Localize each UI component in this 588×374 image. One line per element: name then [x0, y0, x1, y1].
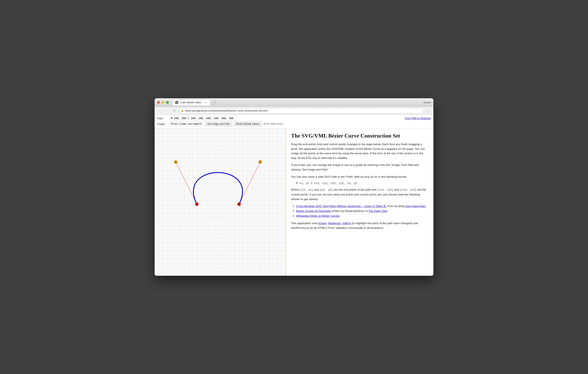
- maximize-button[interactable]: [166, 101, 169, 104]
- info-para-1: Drag the end points (red) and control po…: [291, 142, 428, 160]
- info-para-3: You can also enter a valid SVG Path in t…: [291, 174, 428, 179]
- guest-label: Guest: [423, 101, 431, 104]
- lock-icon: 🔒: [181, 109, 184, 112]
- image-row: Image: Set Image and Path Reset Default …: [157, 121, 431, 126]
- code-x1y1: [x1, y1]: [300, 188, 314, 192]
- info-para-2: If you'd like, you can change the image …: [291, 163, 428, 172]
- list-item-2: Bézier Curves for Dummies written by Dea…: [296, 209, 428, 214]
- browser-menu-button[interactable]: ⋮: [425, 108, 431, 114]
- link-jquery[interactable]: jQuery: [318, 222, 327, 225]
- back-icon: ‹: [159, 109, 160, 113]
- set-image-button[interactable]: Set Image and Path: [205, 121, 232, 126]
- image-label: Image:: [157, 122, 168, 126]
- list-item-1: Cross-Browser SVG Text-Paths Without Jav…: [296, 204, 428, 209]
- control-point-1[interactable]: [174, 160, 178, 164]
- path-row: Path: Copy Path to Clipboard: [157, 116, 431, 121]
- menu-dots-icon: ⋮: [426, 108, 430, 113]
- link-daily-click[interactable]: The Daily Click: [368, 209, 387, 213]
- title-bar: U Cubic Bézier editor × + Guest: [155, 98, 433, 107]
- tab-close-icon[interactable]: ×: [205, 101, 207, 104]
- code-cx1cy1: [cx1, cy1]: [377, 188, 394, 192]
- link-bezier-dummies[interactable]: Bézier Curves for Dummies: [296, 209, 331, 213]
- bezier-canvas[interactable]: [155, 128, 285, 276]
- path-label: Path:: [157, 117, 168, 120]
- minimize-button[interactable]: [162, 101, 164, 104]
- close-button[interactable]: [157, 101, 160, 104]
- new-tab-button[interactable]: +: [212, 100, 218, 105]
- forward-icon: ›: [167, 109, 168, 113]
- code-x2y2: [x2, y2]: [320, 188, 333, 192]
- list-item-3: Wikipedia Article on Bézier Curves: [296, 214, 428, 218]
- code-cx2cy2: [cx2, cy2]: [400, 188, 417, 192]
- link-svg-textpath[interactable]: Cross-Browser SVG Text-Paths Without Jav…: [296, 204, 387, 208]
- code-block: M x1, y1 C cx1, cy1, cx2, cy2, x2, y2: [296, 182, 428, 185]
- tab-title: Cubic Bézier editor: [180, 101, 201, 104]
- info-list: Cross-Browser SVG Text-Paths Without Jav…: [294, 204, 428, 218]
- control-line-2: [239, 162, 260, 204]
- link-useragentman[interactable]: User Agent Man: [405, 204, 426, 208]
- bezier-curve: [193, 173, 242, 204]
- endpoint-2[interactable]: [237, 203, 241, 206]
- back-button[interactable]: ‹: [157, 108, 163, 114]
- refresh-icon: ↻: [173, 109, 176, 112]
- tab-favicon: U: [175, 101, 178, 104]
- active-tab[interactable]: U Cubic Bézier editor ×: [172, 99, 210, 106]
- browser-window: U Cubic Bézier editor × + Guest ‹ › ↻ 🔒 …: [155, 98, 433, 276]
- nav-bar: ‹ › ↻ 🔒 www.useragentman.com/tests/textp…: [155, 107, 433, 115]
- link-jsdiff[interactable]: jsdiff.js: [342, 222, 351, 225]
- control-point-2[interactable]: [259, 160, 262, 164]
- control-line-1: [176, 162, 197, 204]
- info-para-4: Where [x1, y1] and [x2, y2] are the end …: [291, 187, 428, 201]
- copy-path-link[interactable]: Copy Path to Clipboard: [405, 117, 431, 120]
- reset-button[interactable]: Reset Default Values: [234, 121, 262, 126]
- refresh-button[interactable]: ↻: [171, 108, 178, 114]
- info-para-5: This application uses jQuery, Modernizr,…: [291, 221, 428, 230]
- info-panel: The SVG/VML Bézier Curve Construction Se…: [285, 128, 433, 276]
- info-title: The SVG/VML Bézier Curve Construction Se…: [291, 133, 428, 139]
- link-wikipedia-bezier[interactable]: Wikipedia Article on Bézier Curves: [296, 214, 340, 217]
- traffic-lights: [157, 101, 169, 104]
- address-text: www.useragentman.com/tests/textpath/bezi…: [185, 109, 268, 112]
- form-bar: Path: Copy Path to Clipboard Image: Set …: [155, 115, 433, 128]
- forward-button[interactable]: ›: [164, 108, 170, 114]
- form-hint: (ESC hides form.): [263, 122, 284, 125]
- page-content: Path: Copy Path to Clipboard Image: Set …: [155, 115, 433, 276]
- path-input[interactable]: [169, 116, 237, 121]
- canvas-area[interactable]: [155, 128, 285, 276]
- endpoint-1[interactable]: [195, 203, 199, 206]
- code-text: M x1, y1 C cx1, cy1, cx2, cy2, x2, y2: [296, 182, 357, 185]
- tab-area: U Cubic Bézier editor × +: [172, 99, 423, 106]
- image-input[interactable]: [169, 121, 203, 126]
- address-bar[interactable]: 🔒 www.useragentman.com/tests/textpath/be…: [179, 108, 424, 113]
- link-modernizr[interactable]: Modernizr: [328, 222, 341, 225]
- main-area: The SVG/VML Bézier Curve Construction Se…: [155, 128, 433, 276]
